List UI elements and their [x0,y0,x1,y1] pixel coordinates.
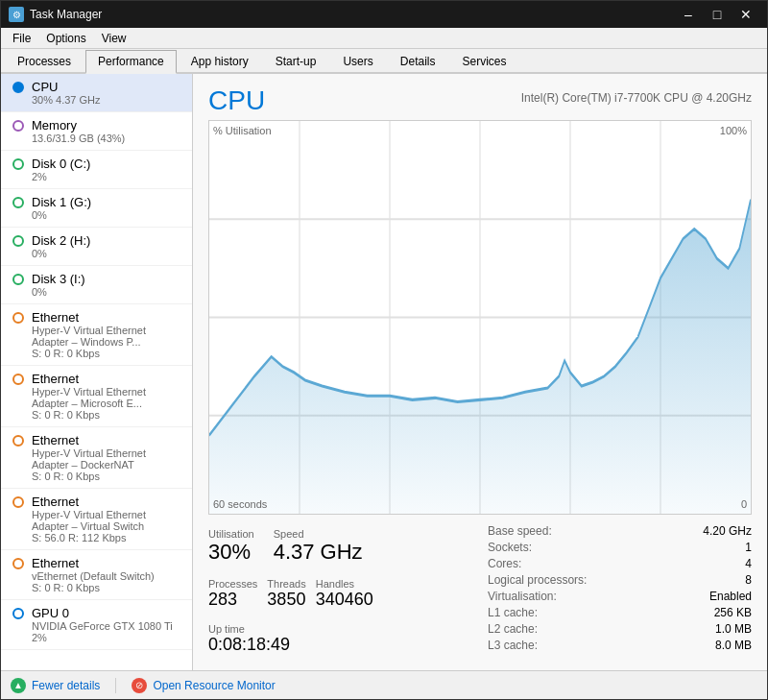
sidebar-item-disk2[interactable]: Disk 2 (H:) 0% [1,228,192,266]
sidebar-item-eth5[interactable]: Ethernet vEthernet (Default Switch) S: 0… [1,550,192,600]
sidebar-item-eth4[interactable]: Ethernet Hyper-V Virtual Ethernet Adapte… [1,489,192,550]
chart-svg [209,121,751,514]
menu-file[interactable]: File [5,30,38,47]
sidebar-item-cpu[interactable]: CPU 30% 4.37 GHz [1,74,192,112]
tab-app-history[interactable]: App history [179,50,261,72]
utilisation-label: Utilisation [208,528,254,540]
virtualisation-value: Enabled [709,590,752,603]
gpu0-value: 2% [32,632,182,643]
sidebar-item-eth3[interactable]: Ethernet Hyper-V Virtual Ethernet Adapte… [1,427,192,489]
sidebar-item-eth1-header: Ethernet [12,310,182,325]
menu-bar: File Options View [1,28,767,49]
eth3-dot [12,435,24,447]
sidebar-item-disk3[interactable]: Disk 3 (I:) 0% [1,266,192,304]
speed-label: Speed [274,528,363,540]
sidebar-item-gpu0-header: GPU 0 [12,606,182,620]
threads-value: 3850 [267,590,305,610]
tab-details[interactable]: Details [388,50,448,72]
chart-100-label: 100% [720,125,747,136]
sidebar-item-memory[interactable]: Memory 13.6/31.9 GB (43%) [1,112,192,151]
eth3-label: Ethernet [32,433,79,447]
eth3-adapter: Hyper-V Virtual Ethernet Adapter – Docke… [32,447,182,471]
window-title: Task Manager [30,8,102,21]
panel-title: CPU [208,85,265,116]
utilisation-block: Utilisation 30% [208,524,254,568]
eth1-adapter: Hyper-V Virtual Ethernet Adapter – Windo… [32,325,182,348]
disk0-value: 2% [32,171,182,182]
sidebar-item-eth3-header: Ethernet [12,433,182,447]
fewer-details-button[interactable]: ▲ Fewer details [11,678,100,693]
sidebar-item-gpu0[interactable]: GPU 0 NVIDIA GeForce GTX 1080 Ti 2% [1,600,192,650]
disk0-dot [12,158,24,170]
right-stat-cores: Cores: 4 [488,557,752,570]
tab-users[interactable]: Users [330,50,385,72]
task-manager-window: ⚙ Task Manager – □ ✕ File Options View P… [0,0,768,700]
disk3-label: Disk 3 (I:) [32,272,85,286]
eth5-label: Ethernet [32,556,79,570]
tab-processes[interactable]: Processes [5,50,84,72]
eth4-label: Ethernet [32,495,79,509]
minimize-button[interactable]: – [675,5,702,24]
processes-block: Processes 283 [208,574,257,614]
disk0-label: Disk 0 (C:) [32,157,90,171]
open-resource-monitor-label: Open Resource Monitor [153,679,275,692]
l1-label: L1 cache: [488,606,538,619]
l2-value: 1.0 MB [715,622,752,636]
footer: ▲ Fewer details ⊘ Open Resource Monitor [1,670,767,699]
processes-value: 283 [208,590,257,610]
tab-startup[interactable]: Start-up [263,50,329,72]
right-stat-l2: L2 cache: 1.0 MB [488,622,752,636]
panel-header: CPU Intel(R) Core(TM) i7-7700K CPU @ 4.2… [208,85,752,116]
tab-performance[interactable]: Performance [85,50,177,74]
close-button[interactable]: ✕ [732,5,759,24]
uptime-label: Up time [208,623,472,635]
eth4-adapter: Hyper-V Virtual Ethernet Adapter – Virtu… [32,509,182,532]
sidebar-item-eth2[interactable]: Ethernet Hyper-V Virtual Ethernet Adapte… [1,366,192,427]
sidebar-item-eth1[interactable]: Ethernet Hyper-V Virtual Ethernet Adapte… [1,304,192,366]
tab-services[interactable]: Services [449,50,518,72]
disk3-value: 0% [32,286,182,298]
eth3-speed: S: 0 R: 0 Kbps [32,471,182,482]
sidebar-item-disk1[interactable]: Disk 1 (G:) 0% [1,189,192,228]
title-bar: ⚙ Task Manager – □ ✕ [1,1,767,28]
cpu-chart: % Utilisation 100% [208,120,752,515]
right-stat-base-speed: Base speed: 4.20 GHz [488,524,752,538]
processes-label: Processes [208,578,257,590]
disk1-value: 0% [32,209,182,221]
cpu-dot [12,82,24,93]
right-stat-sockets: Sockets: 1 [488,541,752,554]
base-speed-label: Base speed: [488,524,552,538]
cores-label: Cores: [488,557,521,570]
sidebar-item-memory-header: Memory [12,118,182,133]
panel-subtitle: Intel(R) Core(TM) i7-7700K CPU @ 4.20GHz [521,91,752,105]
fewer-details-icon: ▲ [11,678,26,693]
gpu0-dot [12,608,24,619]
sidebar-item-disk0[interactable]: Disk 0 (C:) 2% [1,151,192,189]
sidebar-item-cpu-header: CPU [12,80,182,94]
right-stat-l1: L1 cache: 256 KB [488,606,752,619]
uptime-value: 0:08:18:49 [208,635,472,655]
eth4-dot [12,496,24,508]
chart-x-left-label: 60 seconds [213,498,267,510]
disk1-label: Disk 1 (G:) [32,195,91,209]
virtualisation-label: Virtualisation: [488,590,557,603]
l3-value: 8.0 MB [715,639,752,652]
app-icon: ⚙ [9,7,24,22]
left-stats: Utilisation 30% Speed 4.37 GHz Processes… [208,524,472,659]
logical-value: 8 [745,573,752,587]
menu-view[interactable]: View [94,30,134,47]
eth2-speed: S: 0 R: 0 Kbps [32,409,182,421]
tab-bar: Processes Performance App history Start-… [1,49,767,74]
menu-options[interactable]: Options [38,30,93,47]
right-stats-panel: Base speed: 4.20 GHz Sockets: 1 Cores: 4… [472,524,752,659]
maximize-button[interactable]: □ [704,5,731,24]
sockets-value: 1 [745,541,752,554]
speed-value: 4.37 GHz [274,540,363,565]
chart-x-right-label: 0 [741,498,747,510]
title-bar-left: ⚙ Task Manager [9,7,102,22]
sidebar-item-disk2-header: Disk 2 (H:) [12,233,182,248]
memory-dot [12,120,24,132]
open-resource-monitor-button[interactable]: ⊘ Open Resource Monitor [132,678,275,693]
eth5-dot [12,558,24,569]
main-panel: CPU Intel(R) Core(TM) i7-7700K CPU @ 4.2… [193,74,767,670]
